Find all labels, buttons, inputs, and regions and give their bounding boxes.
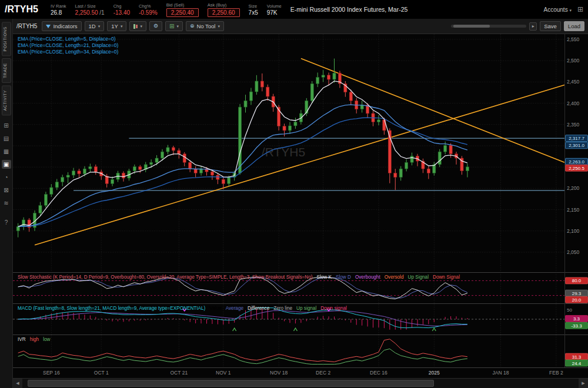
legend-value: Value xyxy=(209,306,221,311)
legend-slow-d: Slow D xyxy=(336,275,351,280)
legend-ivr-low: low xyxy=(43,337,50,342)
ivr-title: IVR xyxy=(18,337,26,342)
quote-header: /RTYH5 IV Rank 26.8 Last / Size 2,250.50… xyxy=(0,0,588,19)
trendline-drawing[interactable] xyxy=(35,85,564,245)
svg-text:2025: 2025 xyxy=(429,370,440,376)
time-zoom-slider[interactable] xyxy=(451,25,526,28)
chg-pct-field: Chg% -0.59% xyxy=(139,4,158,16)
indicators-button[interactable]: Indicators xyxy=(42,21,81,31)
drawing-tool-dropdown[interactable]: ⊕ No Tool ▾ xyxy=(186,21,224,31)
calendar-icon[interactable]: ▦ xyxy=(2,147,11,156)
chevron-down-icon: ▾ xyxy=(140,24,142,29)
grid-icon: ⊞ xyxy=(169,24,174,29)
symbol-title: /RTYH5 xyxy=(5,4,38,15)
ema34-label: EMA (Price=CLOSE, Length=34, Displace=0) xyxy=(18,49,118,55)
wave-icon[interactable]: ≋ xyxy=(2,199,11,208)
legend-average: Average xyxy=(226,306,243,311)
scroll-right-arrow[interactable]: ▶ xyxy=(579,379,588,388)
ivr-high-line xyxy=(18,339,467,362)
svg-text:2,263.0: 2,263.0 xyxy=(569,159,584,165)
clock-icon[interactable]: ◔ xyxy=(2,173,11,182)
svg-text:3.3: 3.3 xyxy=(573,316,580,322)
ema-21-line xyxy=(18,105,467,227)
chg-value: -13.40 xyxy=(113,9,130,16)
ask-label: Ask (Buy) xyxy=(208,2,240,8)
volume-label: Volume xyxy=(267,4,282,9)
svg-text:80.0: 80.0 xyxy=(572,278,582,283)
left-sidebar: POSITIONS TRADE ACTIVITY ⊞ ▤ ▦ ▣ ◔ ⊠ ≋ ? xyxy=(0,19,13,388)
svg-text:2,350: 2,350 xyxy=(567,122,580,128)
svg-text:2,250.5: 2,250.5 xyxy=(569,166,584,171)
legend-difference: Difference xyxy=(248,306,269,311)
ivr-low-line xyxy=(18,349,467,364)
size-field: Size 7x5 xyxy=(249,4,258,16)
volume-field: Volume 97K xyxy=(267,4,282,16)
svg-text:2,450: 2,450 xyxy=(567,79,580,85)
bid-field: Bid (Sell) 2,250.40 xyxy=(166,2,199,17)
chart-toolbar: /RTYH5 Indicators 1D▾ 1Y▾ ▾ ⚙ ⊞ ▾ ⊕ No T… xyxy=(13,19,588,34)
last-size-field: Last / Size 2,250.50 /1 xyxy=(75,4,105,16)
ema5-label: EMA (Price=CLOSE, Length=5, Displace=0) xyxy=(18,36,118,42)
notes-icon[interactable]: ▤ xyxy=(2,134,11,143)
chart-icon[interactable]: ▣ xyxy=(2,160,11,169)
scroll-left-arrow[interactable]: ◀ xyxy=(13,379,22,388)
help-icon[interactable]: ? xyxy=(2,218,11,227)
macd-legend: MACD (Fast length=8, Slow length=21, MAC… xyxy=(18,306,347,311)
ask-button[interactable]: 2,250.60 xyxy=(208,8,240,17)
watchlist-icon[interactable]: ⊞ xyxy=(2,121,11,130)
ema-5-line xyxy=(18,81,467,227)
last-size-suffix: /1 xyxy=(99,9,104,16)
size-value: 7x5 xyxy=(249,9,258,16)
legend-slow-k: Slow K xyxy=(316,275,331,280)
legend-zero-line: Zero line xyxy=(273,306,292,311)
legend-down-signal: Down signal xyxy=(320,306,347,311)
up-signal-arrow xyxy=(233,328,236,331)
ivr-plot xyxy=(18,339,467,364)
legend-up-signal: Up signal xyxy=(296,306,316,311)
study-labels: EMA (Price=CLOSE, Length=5, Displace=0) … xyxy=(18,36,118,55)
zoom-slider-thumb[interactable] xyxy=(453,25,490,28)
sidebar-tab-positions[interactable]: POSITIONS xyxy=(2,22,11,56)
ema-lines xyxy=(18,81,467,227)
volume-value: 97K xyxy=(267,9,282,16)
accounts-dropdown[interactable]: Accounts ▾ xyxy=(544,6,572,13)
chg-field: Chg -13.40 xyxy=(113,4,130,16)
ivr-legend: IVR high low xyxy=(18,337,50,342)
iv-rank-field: IV Rank 26.8 xyxy=(51,4,66,16)
svg-text:2,500: 2,500 xyxy=(567,58,580,63)
chg-pct-label: Chg% xyxy=(139,4,158,9)
svg-text:2,100: 2,100 xyxy=(567,228,580,234)
scrollbar-track[interactable] xyxy=(22,379,579,388)
save-button[interactable]: Save xyxy=(540,21,561,31)
range-dropdown[interactable]: 1Y▾ xyxy=(107,21,126,31)
scroll-right-button[interactable]: ▸ xyxy=(529,22,537,31)
grid-layout-dropdown[interactable]: ⊞ ▾ xyxy=(165,21,183,31)
legend-overbought: Overbought xyxy=(355,275,380,280)
scrollbar-thumb[interactable] xyxy=(28,380,434,387)
bid-button[interactable]: 2,250.40 xyxy=(166,8,199,17)
svg-text:20.0: 20.0 xyxy=(572,297,582,303)
svg-text:2,550: 2,550 xyxy=(567,36,580,42)
chart-symbol-label[interactable]: /RTYH5 xyxy=(16,23,37,29)
aggregation-dropdown[interactable]: 1D▾ xyxy=(85,21,105,31)
horizontal-scrollbar[interactable]: ◀ ▶ xyxy=(13,378,588,388)
svg-text:2,317.7: 2,317.7 xyxy=(569,136,584,141)
chart-canvas[interactable]: 2,5502,5002,4502,4002,3502,3002,2502,200… xyxy=(13,34,588,378)
svg-text:-33.3: -33.3 xyxy=(571,323,582,329)
svg-text:29.3: 29.3 xyxy=(572,291,582,296)
scanner-icon[interactable]: ⊠ xyxy=(2,186,11,195)
time-axis: SEP 16OCT 1OCT 21NOV 1NOV 18DEC 2DEC 162… xyxy=(43,370,563,376)
chg-pct-value: -0.59% xyxy=(139,9,158,16)
sidebar-tab-activity[interactable]: ACTIVITY xyxy=(2,85,11,115)
load-button[interactable]: Load xyxy=(564,21,584,31)
chart-type-dropdown[interactable]: ▾ xyxy=(129,21,146,31)
svg-text:SEP 16: SEP 16 xyxy=(43,370,60,376)
legend-ivr-high: high xyxy=(30,337,39,342)
chg-label: Chg xyxy=(113,4,130,9)
settings-button[interactable]: ⚙ xyxy=(149,21,162,31)
layout-grid-icon[interactable]: ⊞ xyxy=(577,5,583,14)
svg-text:50: 50 xyxy=(567,307,572,313)
sidebar-tab-trade[interactable]: TRADE xyxy=(2,58,11,83)
up-signal-arrow xyxy=(293,328,297,331)
svg-text:FEB 2: FEB 2 xyxy=(549,370,563,376)
